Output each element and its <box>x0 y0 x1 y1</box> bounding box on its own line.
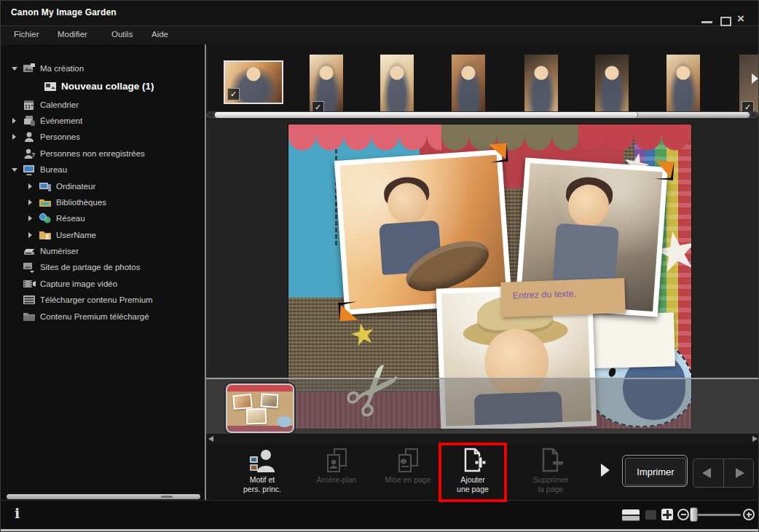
sidebar-item-label: Événement <box>40 116 82 125</box>
sidebar-item-telecharger-premium[interactable]: Télécharger contenu Premium <box>1 292 205 308</box>
sidebar-item-label: Réseau <box>56 214 85 223</box>
canvas-horizontal-scrollbar[interactable] <box>206 434 759 443</box>
zoom-slider-handle[interactable] <box>690 507 698 522</box>
person-icon <box>23 131 36 143</box>
corner-tab <box>655 161 675 180</box>
thumbnail-scrollbar[interactable] <box>206 111 758 119</box>
mise-en-page-button[interactable]: Mise en page <box>374 446 442 499</box>
sidebar-item-contenu-premium[interactable]: Contenu Premium téléchargé <box>1 308 205 324</box>
delete-page-icon <box>536 446 565 475</box>
layout-icon <box>393 446 422 475</box>
minimize-button[interactable] <box>701 21 712 23</box>
sidebar-item-label: Capture image vidéo <box>40 279 117 288</box>
checkmark-icon[interactable]: ✓ <box>227 88 240 100</box>
photo-thumbnail[interactable]: ✓ <box>739 55 758 116</box>
menu-aide[interactable]: Aide <box>152 30 168 39</box>
motif-icon <box>248 446 277 475</box>
next-thumbnails-arrow[interactable] <box>752 74 758 84</box>
scroll-right-icon[interactable] <box>752 112 757 118</box>
sidebar: Ma création Nouveau collage (1) Calendri… <box>1 44 205 500</box>
menu-outils[interactable]: Outils <box>111 30 133 39</box>
zoom-slider-track[interactable] <box>694 514 741 516</box>
photo-thumbnail[interactable]: ✓ <box>224 60 283 104</box>
status-bar: i <box>1 500 758 531</box>
collage-canvas: ★ ★ ★ ★ ★ ★ <box>206 119 759 443</box>
photo-thumbnail[interactable] <box>666 55 700 116</box>
close-button[interactable]: × <box>737 12 744 25</box>
arrow-left-icon <box>702 468 711 478</box>
chevron-right-icon <box>27 231 36 239</box>
sidebar-item-numeriser[interactable]: Numériser <box>1 243 205 259</box>
ajouter-une-page-button[interactable]: Ajouter une page <box>444 446 502 499</box>
scroll-left-icon[interactable] <box>208 112 213 118</box>
photo-thumbnail-strip: ✓ ✓ ✓ <box>206 44 759 111</box>
previous-page-button[interactable] <box>693 459 723 487</box>
sidebar-item-label: Nouveau collage (1) <box>61 81 154 92</box>
sidebar-item-personnes-non-enregistrees[interactable]: ? Personnes non enregistrées <box>1 146 205 162</box>
sidebar-item-sites-partage[interactable]: Sites de partage de photos <box>1 259 205 275</box>
zoom-out-icon[interactable] <box>677 509 689 520</box>
expand-toolbar-arrow[interactable] <box>601 464 610 477</box>
sidebar-item-evenement[interactable]: Événement <box>1 113 205 129</box>
sidebar-horizontal-scrollbar[interactable] <box>7 494 200 499</box>
zoom-in-icon[interactable] <box>743 509 755 520</box>
scroll-right-icon[interactable] <box>752 436 758 442</box>
maximize-button[interactable] <box>720 17 731 26</box>
sidebar-item-label: Contenu Premium téléchargé <box>40 312 149 321</box>
chevron-down-icon <box>11 65 20 72</box>
collage-icon <box>44 81 57 92</box>
sidebar-item-capture-video[interactable]: Capture image vidéo <box>1 276 205 292</box>
sidebar-item-label: Bibliothèques <box>56 198 106 207</box>
split-view-icon[interactable] <box>622 509 640 521</box>
libraries-folder-icon <box>39 196 52 208</box>
sidebar-item-label: Télécharger contenu Premium <box>40 295 153 304</box>
text-placeholder[interactable]: Entrez du texte, <box>500 278 626 317</box>
thumbnail-view-icon[interactable] <box>645 510 656 520</box>
chevron-right-icon <box>11 117 20 124</box>
menu-modifier[interactable]: Modifier <box>58 30 87 39</box>
sidebar-item-reseau[interactable]: Réseau <box>1 210 205 226</box>
motif-button[interactable]: Motif et pers. princ. <box>232 446 292 499</box>
print-button[interactable]: Imprimer <box>622 455 688 487</box>
sidebar-item-ma-creation[interactable]: Ma création <box>1 60 205 76</box>
sidebar-item-label: Personnes <box>40 132 80 141</box>
next-page-button[interactable] <box>723 459 754 487</box>
network-icon <box>39 213 52 224</box>
arrow-right-icon <box>736 468 744 478</box>
menu-bar: Fichier Modifier Outils Aide <box>1 26 758 44</box>
background-icon <box>322 446 351 475</box>
arriere-plan-button[interactable]: Arrière-plan <box>302 446 371 499</box>
video-capture-icon <box>23 278 36 290</box>
fit-view-icon[interactable] <box>661 509 673 520</box>
supprimer-la-page-button[interactable]: Supprimer la page <box>519 446 582 499</box>
sidebar-item-calendrier[interactable]: Calendrier <box>1 96 205 112</box>
photo-share-icon <box>23 261 36 273</box>
chevron-right-icon <box>27 199 36 206</box>
photo-thumbnail[interactable]: ✓ <box>310 55 343 116</box>
scrollbar-thumb[interactable] <box>215 112 638 118</box>
photo-thumbnail[interactable] <box>524 55 558 116</box>
edit-toolbar: Motif et pers. princ. Arrière-plan Mise … <box>206 443 759 500</box>
window-title: Canon My Image Garden <box>11 7 117 17</box>
photo-thumbnail[interactable] <box>595 55 629 116</box>
chevron-down-icon <box>11 166 20 173</box>
sidebar-item-personnes[interactable]: Personnes <box>1 129 205 145</box>
sidebar-item-bureau[interactable]: Bureau <box>1 162 205 178</box>
menu-fichier[interactable]: Fichier <box>14 30 39 39</box>
sidebar-item-username[interactable]: UserName <box>1 227 205 243</box>
photo-thumbnail[interactable] <box>452 55 485 116</box>
sidebar-item-ordinateur[interactable]: Ordinateur <box>1 178 205 194</box>
info-icon[interactable]: i <box>15 505 20 521</box>
page-thumbnail[interactable] <box>226 384 294 433</box>
scroll-left-icon[interactable] <box>208 436 213 442</box>
photo-thumbnail[interactable] <box>380 55 414 116</box>
sidebar-item-nouveau-collage[interactable]: Nouveau collage (1) <box>1 76 205 96</box>
page-navigation <box>693 458 754 488</box>
chevron-right-icon <box>27 215 36 222</box>
calendar-icon <box>23 99 36 111</box>
sidebar-item-bibliotheques[interactable]: Bibliothèques <box>1 194 205 210</box>
navigation-tree: Ma création Nouveau collage (1) Calendri… <box>1 60 205 325</box>
desktop-icon <box>23 164 36 175</box>
sidebar-item-label: Numériser <box>40 247 79 255</box>
chevron-right-icon <box>11 133 20 140</box>
